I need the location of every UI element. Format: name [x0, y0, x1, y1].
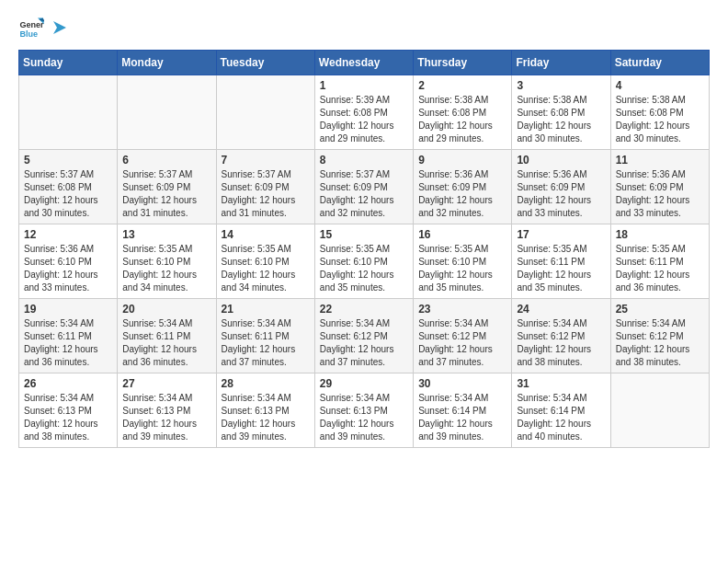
day-of-week-header: Saturday [610, 51, 709, 75]
day-info: Sunrise: 5:34 AM Sunset: 6:14 PM Dayligh… [418, 392, 506, 443]
day-info: Sunrise: 5:37 AM Sunset: 6:09 PM Dayligh… [222, 168, 310, 220]
calendar-day-cell: 6Sunrise: 5:37 AM Sunset: 6:09 PM Daylig… [118, 150, 216, 224]
calendar-day-cell: 30Sunrise: 5:34 AM Sunset: 6:14 PM Dayli… [414, 373, 512, 448]
day-info: Sunrise: 5:34 AM Sunset: 6:13 PM Dayligh… [222, 392, 310, 443]
day-of-week-header: Wednesday [314, 51, 413, 75]
day-info: Sunrise: 5:35 AM Sunset: 6:10 PM Dayligh… [122, 243, 210, 294]
day-of-week-header: Tuesday [216, 51, 314, 75]
calendar-day-cell: 17Sunrise: 5:35 AM Sunset: 6:11 PM Dayli… [512, 224, 610, 299]
calendar-day-cell: 9Sunrise: 5:36 AM Sunset: 6:09 PM Daylig… [414, 150, 512, 224]
day-info: Sunrise: 5:34 AM Sunset: 6:14 PM Dayligh… [517, 392, 605, 443]
day-info: Sunrise: 5:35 AM Sunset: 6:10 PM Dayligh… [320, 243, 408, 294]
day-number: 1 [320, 79, 408, 92]
day-number: 25 [616, 303, 704, 316]
day-info: Sunrise: 5:37 AM Sunset: 6:08 PM Dayligh… [24, 168, 112, 220]
calendar-day-cell: 15Sunrise: 5:35 AM Sunset: 6:10 PM Dayli… [314, 224, 413, 299]
svg-text:General: General [19, 20, 44, 29]
day-number: 8 [320, 154, 408, 167]
day-info: Sunrise: 5:38 AM Sunset: 6:08 PM Dayligh… [418, 94, 506, 145]
day-of-week-header: Sunday [19, 51, 118, 75]
day-number: 14 [222, 228, 310, 241]
day-number: 13 [122, 228, 210, 241]
calendar-day-cell: 23Sunrise: 5:34 AM Sunset: 6:12 PM Dayli… [414, 299, 512, 373]
calendar-day-cell: 26Sunrise: 5:34 AM Sunset: 6:13 PM Dayli… [19, 373, 118, 448]
day-info: Sunrise: 5:36 AM Sunset: 6:09 PM Dayligh… [616, 168, 704, 220]
day-number: 17 [517, 228, 605, 241]
day-number: 4 [616, 79, 704, 92]
day-info: Sunrise: 5:34 AM Sunset: 6:11 PM Dayligh… [24, 317, 112, 369]
day-number: 15 [320, 228, 408, 241]
calendar-day-cell: 4Sunrise: 5:38 AM Sunset: 6:08 PM Daylig… [610, 75, 709, 150]
calendar-day-cell: 5Sunrise: 5:37 AM Sunset: 6:08 PM Daylig… [19, 150, 118, 224]
calendar-header-row: SundayMondayTuesdayWednesdayThursdayFrid… [19, 51, 710, 75]
calendar-day-cell: 8Sunrise: 5:37 AM Sunset: 6:09 PM Daylig… [314, 150, 413, 224]
calendar-day-cell [118, 75, 216, 150]
calendar-day-cell: 1Sunrise: 5:39 AM Sunset: 6:08 PM Daylig… [314, 75, 413, 150]
day-info: Sunrise: 5:34 AM Sunset: 6:11 PM Dayligh… [222, 317, 310, 369]
day-info: Sunrise: 5:35 AM Sunset: 6:10 PM Dayligh… [418, 243, 506, 294]
calendar-day-cell: 7Sunrise: 5:37 AM Sunset: 6:09 PM Daylig… [216, 150, 314, 224]
day-info: Sunrise: 5:36 AM Sunset: 6:10 PM Dayligh… [24, 243, 112, 294]
day-number: 20 [122, 303, 210, 316]
calendar-day-cell [610, 373, 709, 448]
day-number: 9 [418, 154, 506, 167]
day-of-week-header: Thursday [414, 51, 512, 75]
calendar-day-cell: 12Sunrise: 5:36 AM Sunset: 6:10 PM Dayli… [19, 224, 118, 299]
logo: General Blue [18, 15, 70, 40]
calendar-day-cell: 22Sunrise: 5:34 AM Sunset: 6:12 PM Dayli… [314, 299, 413, 373]
calendar-week-row: 19Sunrise: 5:34 AM Sunset: 6:11 PM Dayli… [19, 299, 710, 373]
day-number: 19 [24, 303, 112, 316]
calendar-day-cell: 16Sunrise: 5:35 AM Sunset: 6:10 PM Dayli… [414, 224, 512, 299]
day-of-week-header: Friday [512, 51, 610, 75]
day-number: 10 [517, 154, 605, 167]
calendar-day-cell: 20Sunrise: 5:34 AM Sunset: 6:11 PM Dayli… [118, 299, 216, 373]
calendar-day-cell: 14Sunrise: 5:35 AM Sunset: 6:10 PM Dayli… [216, 224, 314, 299]
svg-text:Blue: Blue [19, 29, 38, 39]
day-number: 23 [418, 303, 506, 316]
day-number: 27 [122, 377, 210, 390]
calendar-week-row: 1Sunrise: 5:39 AM Sunset: 6:08 PM Daylig… [19, 75, 710, 150]
calendar-day-cell: 19Sunrise: 5:34 AM Sunset: 6:11 PM Dayli… [19, 299, 118, 373]
day-number: 31 [517, 377, 605, 390]
calendar-day-cell [216, 75, 314, 150]
day-info: Sunrise: 5:38 AM Sunset: 6:08 PM Dayligh… [517, 94, 605, 145]
day-number: 3 [517, 79, 605, 92]
header: General Blue [18, 15, 710, 40]
calendar-day-cell: 2Sunrise: 5:38 AM Sunset: 6:08 PM Daylig… [414, 75, 512, 150]
day-info: Sunrise: 5:34 AM Sunset: 6:11 PM Dayligh… [122, 317, 210, 369]
calendar-day-cell: 13Sunrise: 5:35 AM Sunset: 6:10 PM Dayli… [118, 224, 216, 299]
logo-arrow-icon [50, 17, 70, 38]
day-info: Sunrise: 5:35 AM Sunset: 6:11 PM Dayligh… [517, 243, 605, 294]
day-info: Sunrise: 5:34 AM Sunset: 6:13 PM Dayligh… [320, 392, 408, 443]
calendar-day-cell: 24Sunrise: 5:34 AM Sunset: 6:12 PM Dayli… [512, 299, 610, 373]
day-info: Sunrise: 5:34 AM Sunset: 6:12 PM Dayligh… [418, 317, 506, 369]
day-info: Sunrise: 5:36 AM Sunset: 6:09 PM Dayligh… [418, 168, 506, 220]
day-number: 18 [616, 228, 704, 241]
day-info: Sunrise: 5:35 AM Sunset: 6:10 PM Dayligh… [222, 243, 310, 294]
day-number: 7 [222, 154, 310, 167]
day-info: Sunrise: 5:34 AM Sunset: 6:12 PM Dayligh… [616, 317, 704, 369]
day-info: Sunrise: 5:38 AM Sunset: 6:08 PM Dayligh… [616, 94, 704, 145]
calendar-day-cell: 31Sunrise: 5:34 AM Sunset: 6:14 PM Dayli… [512, 373, 610, 448]
day-number: 26 [24, 377, 112, 390]
day-info: Sunrise: 5:35 AM Sunset: 6:11 PM Dayligh… [616, 243, 704, 294]
day-number: 11 [616, 154, 704, 167]
calendar-day-cell: 25Sunrise: 5:34 AM Sunset: 6:12 PM Dayli… [610, 299, 709, 373]
calendar-day-cell: 3Sunrise: 5:38 AM Sunset: 6:08 PM Daylig… [512, 75, 610, 150]
logo-icon: General Blue [18, 15, 44, 40]
day-number: 6 [122, 154, 210, 167]
day-number: 30 [418, 377, 506, 390]
svg-marker-4 [53, 21, 66, 34]
calendar-week-row: 5Sunrise: 5:37 AM Sunset: 6:08 PM Daylig… [19, 150, 710, 224]
day-number: 21 [222, 303, 310, 316]
day-number: 12 [24, 228, 112, 241]
day-info: Sunrise: 5:36 AM Sunset: 6:09 PM Dayligh… [517, 168, 605, 220]
calendar-week-row: 12Sunrise: 5:36 AM Sunset: 6:10 PM Dayli… [19, 224, 710, 299]
day-info: Sunrise: 5:37 AM Sunset: 6:09 PM Dayligh… [122, 168, 210, 220]
calendar-week-row: 26Sunrise: 5:34 AM Sunset: 6:13 PM Dayli… [19, 373, 710, 448]
calendar-day-cell [19, 75, 118, 150]
calendar-day-cell: 10Sunrise: 5:36 AM Sunset: 6:09 PM Dayli… [512, 150, 610, 224]
day-number: 16 [418, 228, 506, 241]
day-of-week-header: Monday [118, 51, 216, 75]
day-info: Sunrise: 5:34 AM Sunset: 6:12 PM Dayligh… [320, 317, 408, 369]
